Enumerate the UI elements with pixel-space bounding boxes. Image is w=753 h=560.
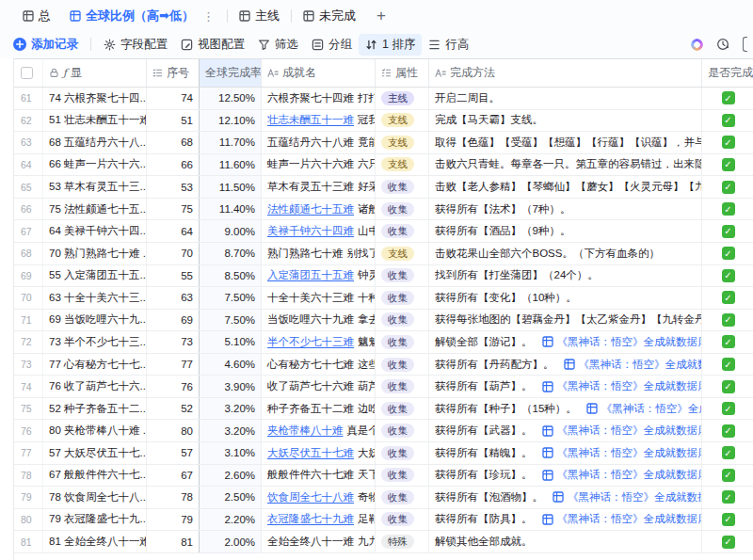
achievement-link[interactable]: 大妖尽伏五十七难 [267,446,354,460]
name-cell[interactable]: 十全十美六十三难十种... [262,287,376,309]
done-checkbox[interactable]: ✓ [722,91,735,104]
done-checkbox[interactable]: ✓ [722,446,735,459]
view-tab-2[interactable]: 全球比例（高➡低）⋮ [60,4,225,28]
rate-cell[interactable]: 12.10% [200,110,262,132]
attr-cell[interactable]: 特殊 [376,531,429,552]
serial-cell[interactable]: 66 [147,154,200,176]
header-done[interactable]: 是否完成 [702,59,753,87]
serial-cell[interactable]: 52 [147,398,200,420]
done-checkbox[interactable]: ✓ [722,202,735,216]
attr-cell[interactable]: 收集 [376,442,429,464]
name-cell[interactable]: 半个不少七十三难魑魅... [262,331,376,353]
display-cell[interactable]: 53 草木有灵五十三... [43,176,147,198]
done-checkbox[interactable]: ✓ [722,536,735,549]
done-checkbox[interactable]: ✓ [722,158,735,171]
serial-cell[interactable]: 75 [147,199,200,220]
method-cell[interactable]: 击败花果山全部六个BOSS。（下方有血条的） [429,243,702,264]
view-tab-3[interactable]: 主线 [230,4,289,28]
done-checkbox[interactable]: ✓ [722,225,735,238]
doc-link[interactable]: 《黑神话：悟空》全成就数据库 [564,358,703,372]
attr-cell[interactable]: 收集 [376,265,429,287]
serial-cell[interactable]: 80 [147,420,200,441]
rate-cell[interactable]: 2.00% [200,531,262,552]
doc-link[interactable]: 《黑神话：悟空》全成就数据库 [542,468,703,482]
method-cell[interactable]: 解锁其他全部成就。 [429,531,702,552]
done-checkbox[interactable]: ✓ [722,490,735,504]
sort-button[interactable]: 1 排序 [359,34,422,56]
header-serial[interactable]: 序号 [147,59,200,87]
header-rate-sorted[interactable]: 全球完成率... [200,59,262,87]
achievement-link[interactable]: 美禄千钟六十四难 [267,224,354,238]
rate-cell[interactable]: 11.70% [200,132,262,153]
doc-link[interactable]: 《黑神话：悟空》全成就数据库 [542,512,703,526]
attr-cell[interactable]: 收集 [376,199,429,220]
done-checkbox[interactable]: ✓ [722,136,735,149]
rate-cell[interactable]: 2.60% [200,465,262,487]
name-cell[interactable]: 蛙声一片六十六难六只... [262,154,376,176]
name-cell[interactable]: 收了葫芦七十六难葫芦... [262,376,376,397]
attr-cell[interactable]: 收集 [376,310,429,331]
achievement-link[interactable]: 入定蒲团五十五难 [267,268,354,282]
display-cell[interactable]: 80 夹枪带棒八十难 ... [43,420,147,441]
achievement-link[interactable]: 法性颇通七十五难 [267,202,354,216]
done-checkbox[interactable]: ✓ [722,269,735,282]
add-record-button[interactable]: 添加记录 [13,34,85,56]
rate-cell[interactable]: 3.10% [200,442,262,464]
attr-cell[interactable]: 收集 [376,354,429,376]
name-cell[interactable]: 般般件件六十七难天下... [262,465,376,487]
serial-cell[interactable]: 68 [147,132,200,153]
header-name[interactable]: 成就名 [262,59,376,87]
attr-cell[interactable]: 收集 [376,420,429,441]
serial-cell[interactable]: 77 [147,354,200,376]
method-cell[interactable]: 击败六只青蛙。每章各一只。第五章的容易错过，出来隐藏地... [429,154,702,176]
method-cell[interactable]: 获得所有【精魄】。《黑神话：悟空》全成就数据库 [429,442,702,464]
display-cell[interactable]: 57 大妖尽伏五十七... [43,442,147,464]
method-cell[interactable]: 取得【色蕴】【受蕴】【想蕴】【行蕴】【识蕴】，并与【戌狗】 [429,132,702,153]
display-cell[interactable]: 63 十全十美六十三... [43,287,147,309]
name-cell[interactable]: 入定蒲团五十五难钟灵... [262,265,376,287]
display-cell[interactable]: 79 衣冠隆盛七十九... [43,509,147,531]
display-cell[interactable]: 51 壮志未酬五十一难... [43,110,147,132]
method-cell[interactable]: 击败【老人参精】【琴螂仙】【蘑女】【火灵元母】【九叶灵芝精 [429,176,702,198]
method-cell[interactable]: 完成【马天霸】支线。 [429,110,702,132]
method-cell[interactable]: 获得所有【丹药配方】。《黑神话：悟空》全成就数据库 [429,354,702,376]
serial-cell[interactable]: 67 [147,465,200,487]
done-checkbox[interactable]: ✓ [722,335,735,348]
filter-button[interactable]: 筛选 [251,34,305,56]
done-checkbox[interactable]: ✓ [722,114,735,127]
done-checkbox[interactable]: ✓ [722,291,735,304]
display-cell[interactable]: 77 心有秘方七十七... [43,354,147,376]
done-checkbox[interactable]: ✓ [722,424,735,438]
select-all-checkbox[interactable] [21,67,33,79]
rate-cell[interactable]: 5.10% [200,331,262,353]
doc-link[interactable]: 《黑神话：悟空》全成就数据库 [542,379,703,393]
attr-cell[interactable]: 收集 [376,220,429,242]
attr-cell[interactable]: 支线 [376,132,429,153]
rate-cell[interactable]: 3.90% [200,376,262,397]
rate-cell[interactable]: 2.50% [200,487,262,508]
rate-cell[interactable]: 11.60% [200,154,262,176]
display-cell[interactable]: 70 熟门熟路七十难 ... [43,243,147,264]
achievement-link[interactable]: 饮食周全七十八难 [267,490,354,504]
rate-cell[interactable]: 3.20% [200,398,262,420]
header-method[interactable]: 完成方法 [429,59,702,87]
method-cell[interactable]: 开启二周目。 [429,88,702,109]
method-cell[interactable]: 获得所有【变化】（10种）。 [429,287,702,309]
rate-cell[interactable]: 11.40% [200,199,262,220]
name-cell[interactable]: 六根齐聚七十四难打打... [262,88,376,109]
done-checkbox[interactable]: ✓ [722,380,735,393]
attr-cell[interactable]: 收集 [376,287,429,309]
name-cell[interactable]: 衣冠隆盛七十九难足鞋... [262,509,376,531]
name-cell[interactable]: 心有秘方七十七难这些... [262,354,376,376]
display-cell[interactable]: 78 饮食周全七十八... [43,487,147,508]
doc-link[interactable]: 《黑神话：悟空》全成就数... [586,402,702,416]
view-tab-1[interactable]: 总 [13,4,60,28]
display-cell[interactable]: 76 收了葫芦七十六... [43,376,147,397]
rate-cell[interactable]: 3.20% [200,420,262,441]
name-cell[interactable]: 夹枪带棒八十难真是个... [262,420,376,441]
add-row-button[interactable]: + [14,553,753,560]
name-cell[interactable]: 法性颇通七十五难诸般... [262,199,376,220]
attr-cell[interactable]: 收集 [376,376,429,397]
add-view-button[interactable]: + [365,7,397,25]
row-height-button[interactable]: 行高 [422,34,475,56]
